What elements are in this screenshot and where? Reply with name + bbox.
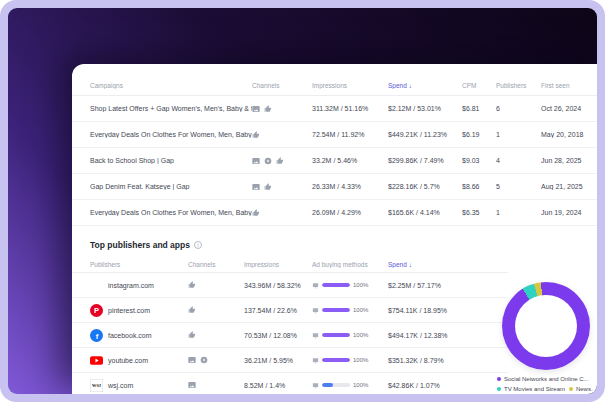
- campaign-row[interactable]: Back to School Shop | Gap 33.2M / 5.46% …: [72, 148, 597, 174]
- publisher-channels: [188, 356, 244, 364]
- sort-desc-icon: ↓: [409, 82, 412, 89]
- pinterest-icon: [90, 304, 103, 317]
- publisher-domain[interactable]: pinterest.com: [108, 307, 150, 314]
- publisher-impressions: 8.52M / 1.4%: [244, 382, 312, 389]
- campaign-spend: $449.21K / 11.23%: [388, 131, 462, 138]
- social-channel-icon: [264, 183, 272, 191]
- campaign-publishers: 4: [496, 157, 541, 164]
- publisher-domain[interactable]: youtube.com: [108, 357, 148, 364]
- social-channel-icon: [188, 306, 196, 314]
- campaign-row[interactable]: Everyday Deals On Clothes For Women, Men…: [72, 122, 597, 148]
- dashboard-card: Campaigns Channels Impressions Spend ↓ C…: [72, 64, 597, 394]
- column-header-channels: Channels: [188, 261, 244, 268]
- campaign-name: Everyday Deals On Clothes For Women, Men…: [90, 209, 252, 216]
- column-header-ad-buying: Ad buying methods: [312, 261, 388, 268]
- publisher-domain[interactable]: wsj.com: [108, 382, 133, 389]
- campaign-name: Back to School Shop | Gap: [90, 157, 252, 164]
- legend-item: Social Networks and Online C...: [497, 376, 589, 382]
- column-header-first-seen: First seen: [541, 82, 589, 89]
- column-header-channels: Channels: [252, 82, 312, 89]
- campaign-spend: $165.6K / 4.14%: [388, 209, 462, 216]
- publisher-row[interactable]: wsj.com 8.52M / 1.4% 100% $42.86K / 1.07…: [72, 373, 508, 394]
- youtube-icon: [90, 354, 103, 367]
- campaign-name: Shop Latest Offers + Gap Women's, Men's,…: [90, 105, 252, 112]
- display-channel-icon: [188, 381, 196, 389]
- section-title-row: Top publishers and apps i: [72, 240, 597, 250]
- legend-item: TV Movies and Streaming: [497, 386, 565, 392]
- category-donut: [502, 282, 590, 370]
- buying-method-bar: [322, 383, 350, 387]
- ad-buying-cell: 100%: [312, 382, 388, 389]
- campaign-cpm: $8.66: [462, 183, 496, 190]
- campaign-row[interactable]: Everyday Deals On Clothes For Women, Men…: [72, 200, 597, 226]
- publisher-domain[interactable]: instagram.com: [108, 282, 154, 289]
- campaign-channels: [252, 105, 312, 113]
- app-background: Campaigns Channels Impressions Spend ↓ C…: [8, 8, 597, 394]
- publisher-spend: $2.25M / 57.17%: [388, 282, 508, 289]
- video-channel-icon: [200, 356, 208, 364]
- campaign-cpm: $9.03: [462, 157, 496, 164]
- display-channel-icon: [252, 183, 260, 191]
- buying-method-icon: [312, 357, 319, 364]
- donut-legend: Social Networks and Online C... TV Movie…: [497, 376, 593, 394]
- publishers-table: Publishers Channels Impressions Ad buyin…: [72, 257, 508, 394]
- info-icon[interactable]: i: [194, 241, 202, 249]
- column-header-impressions: Impressions: [312, 82, 388, 89]
- ad-buying-cell: 100%: [312, 282, 388, 289]
- column-header-campaigns: Campaigns: [90, 82, 252, 89]
- campaign-publishers: 1: [496, 209, 541, 216]
- publisher-row[interactable]: instagram.com 343.96M / 58.32% 100% $2.2…: [72, 273, 508, 298]
- publisher-impressions: 137.54M / 22.6%: [244, 307, 312, 314]
- publisher-row[interactable]: facebook.com 70.53M / 12.08% 100% $494.1…: [72, 323, 508, 348]
- column-header-spend-sort[interactable]: Spend ↓: [388, 261, 508, 268]
- column-header-cpm: CPM: [462, 82, 496, 89]
- publisher-channels: [188, 306, 244, 314]
- section-title: Top publishers and apps: [90, 240, 190, 250]
- ad-buying-cell: 100%: [312, 357, 388, 364]
- campaign-channels: [252, 209, 312, 217]
- publisher-row[interactable]: pinterest.com 137.54M / 22.6% 100% $754.…: [72, 298, 508, 323]
- publisher-cell: youtube.com: [90, 354, 188, 367]
- column-header-spend-sort[interactable]: Spend ↓: [388, 82, 462, 89]
- buying-method-bar-fill: [322, 283, 350, 287]
- buying-method-icon: [312, 382, 319, 389]
- campaign-first-seen: Oct 26, 2024: [541, 105, 589, 112]
- publisher-spend: $754.11K / 18.95%: [388, 307, 508, 314]
- campaign-first-seen: Aug 21, 2025: [541, 183, 589, 190]
- campaign-cpm: $6.19: [462, 131, 496, 138]
- spend-header-label: Spend: [388, 261, 407, 268]
- buying-method-bar-fill: [322, 383, 333, 387]
- buying-method-pct: 100%: [353, 357, 368, 363]
- campaign-impressions: 33.2M / 5.46%: [312, 157, 388, 164]
- legend-dot: [569, 387, 573, 391]
- legend-line: Social Networks and Online C...: [497, 376, 593, 382]
- campaigns-table: Campaigns Channels Impressions Spend ↓ C…: [72, 76, 597, 226]
- campaign-impressions: 26.33M / 4.33%: [312, 183, 388, 190]
- publisher-channels: [188, 331, 244, 339]
- ad-buying-cell: 100%: [312, 332, 388, 339]
- campaign-row[interactable]: Shop Latest Offers + Gap Women's, Men's,…: [72, 96, 597, 122]
- legend-label: Social Networks and Online C...: [504, 376, 589, 382]
- window-frame: Campaigns Channels Impressions Spend ↓ C…: [0, 0, 605, 402]
- campaign-name: Everyday Deals On Clothes For Women, Men…: [90, 131, 252, 138]
- column-header-publishers: Publishers: [496, 82, 541, 89]
- wsj-icon: [90, 379, 103, 392]
- campaign-row[interactable]: Gap Denim Feat. Katseye | Gap 26.33M / 4…: [72, 174, 597, 200]
- publishers-table-header: Publishers Channels Impressions Ad buyin…: [72, 257, 508, 273]
- campaign-publishers: 5: [496, 183, 541, 190]
- social-channel-icon: [252, 131, 260, 139]
- legend-line: TV Movies and Streaming News...: [497, 386, 593, 392]
- facebook-icon: [90, 329, 103, 342]
- buying-method-pct: 100%: [353, 382, 368, 388]
- campaign-cpm: $6.35: [462, 209, 496, 216]
- social-channel-icon: [252, 209, 260, 217]
- campaign-name: Gap Denim Feat. Katseye | Gap: [90, 183, 252, 190]
- display-channel-icon: [252, 157, 260, 165]
- publisher-row[interactable]: youtube.com 36.21M / 5.95% 100% $351.: [72, 348, 508, 373]
- campaign-impressions: 72.54M / 11.92%: [312, 131, 388, 138]
- publisher-channels: [188, 381, 244, 389]
- campaign-first-seen: Jun 19, 2024: [541, 209, 589, 216]
- legend-dot: [497, 387, 501, 391]
- publisher-domain[interactable]: facebook.com: [108, 332, 152, 339]
- buying-method-pct: 100%: [353, 282, 368, 288]
